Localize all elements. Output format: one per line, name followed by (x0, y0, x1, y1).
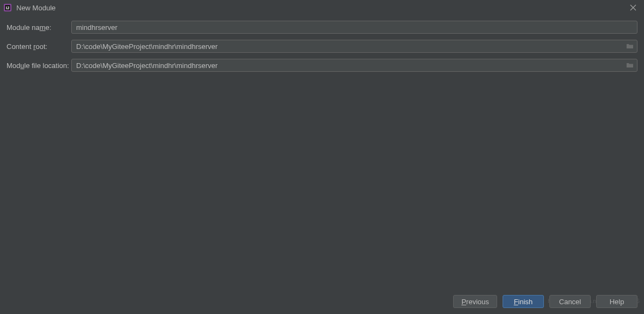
finish-button[interactable]: Finish (503, 295, 544, 308)
cancel-button[interactable]: Cancel (549, 295, 591, 308)
module-file-location-input-wrapper (71, 59, 637, 72)
content-root-browse-button[interactable] (626, 42, 634, 51)
content-root-input[interactable] (71, 40, 637, 53)
content-root-row: Content root: (7, 40, 637, 53)
app-icon: IJ (3, 3, 12, 12)
module-file-location-row: Module file location: (7, 59, 637, 72)
folder-icon (626, 62, 634, 69)
form-content: Module name: Content root: Module file l… (0, 15, 644, 83)
close-icon (630, 4, 636, 11)
titlebar: IJ New Module (0, 0, 644, 15)
help-button[interactable]: Help (596, 295, 637, 308)
module-name-input[interactable] (71, 21, 637, 34)
previous-button[interactable]: Previous (453, 295, 497, 308)
content-root-label: Content root: (7, 42, 71, 51)
module-file-location-label: Module file location: (7, 61, 71, 70)
folder-icon (626, 43, 634, 50)
module-name-row: Module name: (7, 21, 637, 34)
svg-text:IJ: IJ (6, 6, 9, 10)
module-name-label: Module name: (7, 23, 71, 32)
module-file-location-browse-button[interactable] (626, 61, 634, 70)
content-root-input-wrapper (71, 40, 637, 53)
module-file-location-input[interactable] (71, 59, 637, 72)
close-button[interactable] (627, 1, 640, 14)
button-bar: Previous Finish Cancel Help (453, 295, 637, 308)
module-name-input-wrapper (71, 21, 637, 34)
window-title: New Module (16, 4, 627, 12)
